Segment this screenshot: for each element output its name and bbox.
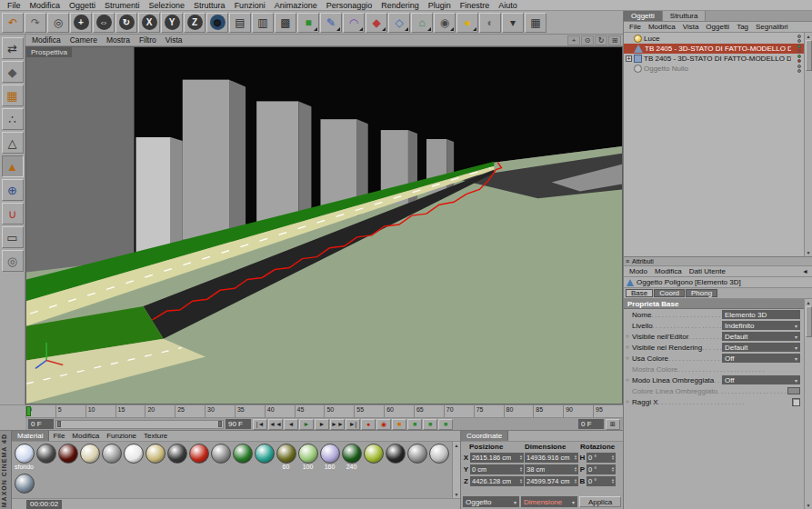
menu-aiuto[interactable]: Aiuto: [494, 1, 522, 10]
material-item[interactable]: [145, 444, 165, 464]
add-environment-icon[interactable]: ⌂: [411, 13, 433, 33]
lock-y-axis-icon[interactable]: Y: [161, 13, 183, 33]
viewport-3d-scene[interactable]: [26, 47, 622, 404]
menu-animazione[interactable]: Animazione: [270, 1, 322, 10]
tree-row[interactable]: TB 2405 - 3D-STATO DI FATTO-MODELLO DEL …: [624, 44, 804, 54]
menu-finestre[interactable]: Finestre: [456, 1, 495, 10]
panel-menu-icon[interactable]: ≡: [626, 258, 629, 264]
menu-rendering[interactable]: Rendering: [376, 1, 424, 10]
material-item[interactable]: [35, 444, 56, 464]
attr-tab-phong[interactable]: Phong: [686, 289, 717, 297]
menu-personaggio[interactable]: Personaggio: [322, 1, 377, 10]
scroll-up-icon[interactable]: ▲: [807, 300, 811, 305]
tree-row[interactable]: Oggetto Nullo: [624, 64, 804, 74]
start-frame-field[interactable]: 0 F: [28, 419, 54, 429]
material-scrollbar[interactable]: ▲▼: [452, 442, 460, 498]
previous-key-button[interactable]: ◄◄: [268, 419, 283, 430]
scroll-down-icon[interactable]: ▼: [807, 503, 811, 508]
scroll-down-icon[interactable]: ▼: [807, 250, 811, 255]
lock-z-axis-icon[interactable]: Z: [184, 13, 206, 33]
om-menu-file[interactable]: File: [626, 23, 645, 31]
record-keyframe-button[interactable]: ●: [361, 419, 376, 430]
record-scale-button[interactable]: ■: [407, 419, 422, 430]
display-mode-icon[interactable]: ▦: [525, 13, 546, 33]
spinner-icon[interactable]: [574, 466, 577, 472]
use-object-axis-mode-icon[interactable]: ⊕: [2, 179, 24, 201]
next-frame-button[interactable]: ►: [315, 419, 329, 430]
editor-visibility-dot[interactable]: [797, 35, 801, 38]
scroll-thumb[interactable]: [806, 306, 812, 337]
lock-x-axis-icon[interactable]: X: [138, 13, 160, 33]
material-item[interactable]: 240: [341, 444, 362, 471]
spinner-icon[interactable]: [611, 478, 615, 484]
add-primitive-icon[interactable]: ■: [297, 13, 319, 33]
autokeying-button[interactable]: ◉: [376, 419, 391, 430]
key-options-button[interactable]: ⊞: [606, 419, 620, 430]
menu-file[interactable]: File: [3, 1, 25, 10]
current-frame-field[interactable]: 0 F: [578, 419, 604, 429]
add-camera-icon[interactable]: ◉: [434, 13, 456, 33]
menu-modifica[interactable]: Modifica: [25, 1, 65, 10]
tree-row[interactable]: +TB 2405 - 3D-STATO DI FATTO-MODELLO DEL…: [624, 54, 804, 64]
material-item[interactable]: [254, 444, 275, 464]
apply-button[interactable]: Applica: [579, 496, 621, 507]
rotation-field[interactable]: 0 °: [586, 476, 616, 486]
attr-dropdown[interactable]: Default▾: [722, 332, 800, 341]
attr-tab-coord[interactable]: Coord: [654, 289, 685, 297]
playhead-marker[interactable]: [26, 406, 31, 416]
menu-struttura[interactable]: Struttura: [189, 1, 230, 10]
range-start-handle[interactable]: [57, 421, 61, 427]
use-texture-mode-icon[interactable]: ▦: [2, 85, 24, 106]
add-modeling-object-icon[interactable]: ◆: [366, 13, 387, 33]
toggle-layout-icon[interactable]: ⊞: [608, 35, 621, 45]
menu-funzioni[interactable]: Funzioni: [230, 1, 270, 10]
spinner-icon[interactable]: [611, 466, 615, 472]
add-nurbs-icon[interactable]: ◠: [343, 13, 365, 33]
material-item[interactable]: [232, 444, 253, 464]
use-polygons-mode-icon[interactable]: ▲: [2, 155, 24, 177]
zoom-view-icon[interactable]: ⊙: [581, 35, 594, 45]
scroll-thumb[interactable]: [806, 40, 812, 71]
mat-menu-texture[interactable]: Texture: [140, 432, 171, 440]
render-visibility-dot[interactable]: [797, 59, 801, 63]
add-deformer-icon[interactable]: ◇: [388, 13, 410, 33]
editor-visibility-dot[interactable]: [797, 55, 801, 58]
goto-start-button[interactable]: |◄: [253, 419, 267, 430]
rotate-icon[interactable]: ↻: [115, 13, 137, 33]
attr-tab-base[interactable]: Base: [626, 289, 653, 297]
material-item[interactable]: [428, 444, 449, 464]
position-field[interactable]: 0 cm: [470, 464, 524, 474]
use-points-mode-icon[interactable]: ∴: [2, 108, 24, 130]
scroll-up-icon[interactable]: ▲: [455, 443, 459, 448]
add-material-icon[interactable]: ◐: [479, 13, 501, 33]
mat-menu-file[interactable]: File: [49, 432, 68, 440]
add-light-icon[interactable]: ●: [456, 13, 478, 33]
spinner-icon[interactable]: [611, 454, 615, 460]
material-item[interactable]: [14, 474, 35, 494]
menu-strumenti[interactable]: Strumenti: [100, 1, 145, 10]
record-position-button[interactable]: ■: [392, 419, 406, 430]
render-visibility-dot[interactable]: [797, 39, 801, 43]
viewport-canvas[interactable]: Prospettiva: [25, 46, 623, 404]
material-item[interactable]: [210, 444, 231, 464]
menu-oggetti[interactable]: Oggetti: [65, 1, 100, 10]
material-item[interactable]: [101, 444, 122, 464]
attr-menu-dati-utente[interactable]: Dati Utente: [686, 267, 729, 275]
spinner-icon[interactable]: [519, 466, 523, 472]
viewport-filter-icon[interactable]: ◎: [2, 250, 24, 272]
move-icon[interactable]: +: [70, 13, 92, 33]
attr-menu-modifica[interactable]: Modifica: [651, 267, 686, 275]
range-end-handle[interactable]: [218, 421, 222, 427]
redo-icon[interactable]: ↷: [25, 13, 46, 33]
dimension-field[interactable]: 24599.574 cm: [525, 476, 578, 486]
timeline-ruler-wrap[interactable]: 05101520253035404550556065707580859095: [25, 405, 623, 418]
coordinate-mode-select[interactable]: Oggetto▾: [463, 496, 519, 507]
end-frame-field[interactable]: 90 F: [226, 419, 251, 429]
material-item[interactable]: sfondo: [14, 444, 35, 471]
use-edges-mode-icon[interactable]: △: [2, 132, 24, 154]
render-view-icon[interactable]: ▤: [229, 13, 251, 33]
scroll-down-icon[interactable]: ▼: [455, 492, 459, 497]
next-key-button[interactable]: ►►: [330, 419, 345, 430]
vp-menu-modifica[interactable]: Modifica: [27, 35, 65, 45]
editor-visibility-dot[interactable]: [797, 65, 801, 68]
